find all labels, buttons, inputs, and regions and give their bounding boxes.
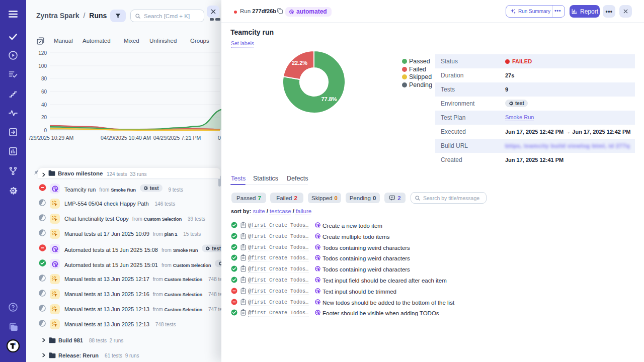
svg-text:22.2%: 22.2% — [292, 60, 307, 66]
svg-text:0: 0 — [218, 135, 221, 141]
svg-text:20: 20 — [41, 115, 47, 120]
svg-text:80: 80 — [41, 76, 47, 81]
svg-text:100: 100 — [38, 63, 47, 69]
svg-text:0: 0 — [44, 128, 47, 133]
svg-text:60: 60 — [41, 89, 47, 95]
svg-text:40: 40 — [41, 102, 47, 108]
svg-text:77.8%: 77.8% — [321, 96, 337, 102]
svg-text:04/29/2025 10:40 AM: 04/29/2025 10:40 AM — [101, 135, 151, 141]
svg-text:04/29/2025 7:21 PM: 04/29/2025 7:21 PM — [153, 135, 201, 141]
svg-text:120: 120 — [38, 50, 47, 56]
svg-text:/29/2025 10:29 AM: /29/2025 10:29 AM — [29, 135, 73, 141]
